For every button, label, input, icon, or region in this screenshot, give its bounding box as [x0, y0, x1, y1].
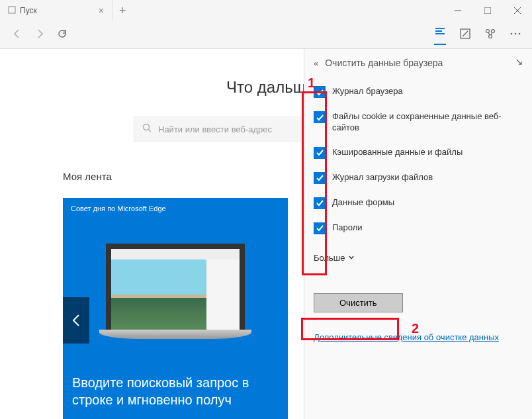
svg-point-12	[511, 32, 513, 34]
annotation-label-2: 2	[412, 321, 419, 336]
checkbox-row: Журнал браузера	[314, 86, 523, 98]
carousel: Совет дня по Microsoft Edge Вводите поис…	[63, 198, 288, 419]
tabs-area: Пуск × +	[0, 0, 133, 21]
svg-rect-0	[9, 7, 15, 13]
note-button[interactable]	[459, 28, 471, 42]
search-icon	[142, 123, 152, 135]
toolbar	[0, 21, 532, 49]
svg-point-9	[486, 29, 490, 32]
title-bar: Пуск × +	[0, 0, 532, 21]
back-button[interactable]	[12, 28, 22, 42]
checkbox-label: Журнал браузера	[332, 86, 403, 97]
checkbox-row: Пароли	[314, 222, 523, 234]
nav-left	[5, 28, 67, 42]
checkbox-label: Журнал загрузки файлов	[332, 172, 433, 183]
more-toggle[interactable]: Больше	[304, 253, 532, 263]
clear-button[interactable]: Очистить	[314, 293, 403, 312]
checkbox-browsing-history[interactable]	[314, 86, 326, 98]
checkbox-form-data[interactable]	[314, 197, 326, 209]
checkbox-row: Файлы cookie и сохраненные данные веб-са…	[314, 111, 523, 134]
panel-title: Очистить данные браузера	[325, 58, 507, 68]
svg-point-13	[515, 32, 517, 34]
refresh-button[interactable]	[57, 28, 67, 42]
forward-button[interactable]	[34, 28, 45, 42]
browser-tab[interactable]: Пуск ×	[0, 0, 112, 21]
checkbox-label: Файлы cookie и сохраненные данные веб-са…	[332, 111, 523, 134]
checkbox-row: Журнал загрузки файлов	[314, 172, 523, 184]
tip-card[interactable]: Совет дня по Microsoft Edge Вводите поис…	[63, 198, 288, 419]
chevron-down-icon	[348, 253, 355, 263]
share-button[interactable]	[484, 28, 496, 42]
clear-button-row: Очистить	[304, 293, 532, 312]
main-content: Что дальш Найти или ввести веб-адрес Моя…	[0, 49, 532, 419]
checkbox-cookies[interactable]	[314, 111, 326, 123]
checkbox-label: Кэшированные данные и файлы	[332, 147, 463, 158]
checkbox-download-history[interactable]	[314, 172, 326, 184]
more-button[interactable]	[510, 28, 521, 42]
panel-back-button[interactable]: «	[314, 58, 318, 68]
card-text: Вводите поисковый запрос в строке и мгно…	[63, 363, 288, 419]
svg-point-10	[492, 29, 495, 32]
svg-point-14	[519, 32, 521, 34]
svg-rect-2	[484, 7, 491, 14]
carousel-prev-button[interactable]	[63, 297, 89, 344]
more-label: Больше	[314, 253, 345, 263]
search-placeholder: Найти или ввести веб-адрес	[158, 124, 272, 134]
checkbox-label: Данные формы	[332, 197, 394, 209]
svg-point-15	[144, 124, 150, 130]
clear-data-panel: « Очистить данные браузера Журнал браузе…	[304, 49, 532, 419]
close-window-button[interactable]	[502, 0, 532, 21]
annotation-label-1: 1	[308, 75, 315, 91]
new-tab-button[interactable]: +	[112, 4, 133, 18]
tab-page-icon	[8, 6, 16, 16]
pin-icon[interactable]	[511, 56, 526, 71]
nav-right	[434, 25, 527, 45]
checkbox-row: Данные формы	[314, 197, 523, 209]
maximize-button[interactable]	[472, 0, 502, 21]
svg-line-16	[149, 130, 152, 132]
hub-button[interactable]	[434, 25, 446, 45]
svg-point-11	[489, 34, 492, 38]
checkbox-passwords[interactable]	[314, 222, 326, 234]
checkbox-label: Пароли	[332, 222, 363, 234]
checkbox-row: Кэшированные данные и файлы	[314, 147, 523, 159]
close-tab-icon[interactable]: ×	[99, 5, 104, 16]
panel-header: « Очистить данные браузера	[304, 49, 532, 77]
card-header: Совет дня по Microsoft Edge	[63, 198, 288, 219]
card-image	[63, 219, 288, 363]
tab-title: Пуск	[20, 6, 37, 15]
minimize-button[interactable]	[443, 0, 472, 21]
checkbox-cached-data[interactable]	[314, 147, 326, 159]
checkbox-list: Журнал браузера Файлы cookie и сохраненн…	[304, 77, 532, 253]
window-controls	[443, 0, 532, 21]
